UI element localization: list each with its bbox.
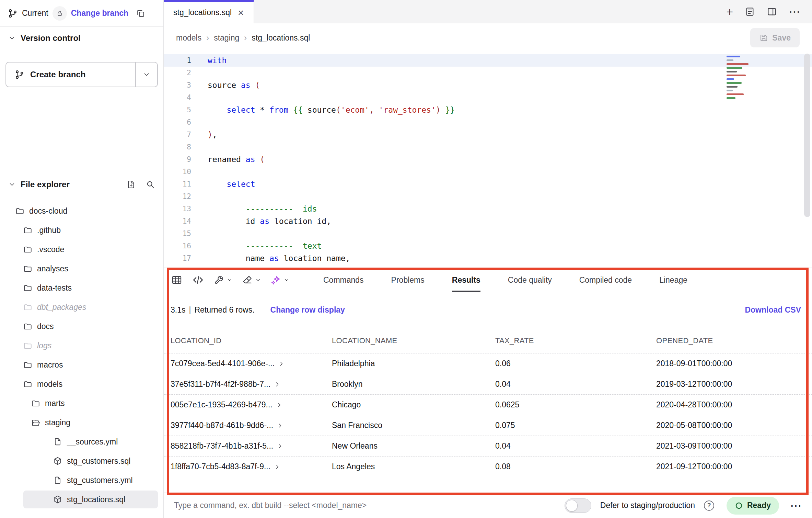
- column-header[interactable]: OPENED_DATE: [656, 336, 805, 345]
- code-line[interactable]: 6: [164, 116, 812, 128]
- table-row[interactable]: 858218fb-73f7-4b1b-a31f-5...New Orleans0…: [164, 436, 812, 457]
- cell-text: 7c079cea-5ed4-4101-906e-...: [171, 359, 275, 368]
- table-row[interactable]: 7c079cea-5ed4-4101-906e-...Philadelphia0…: [164, 353, 812, 374]
- breadcrumb-item[interactable]: models: [176, 33, 201, 43]
- cell-text: 3977f440-b87d-461b-9dd6-...: [171, 421, 273, 430]
- table-row[interactable]: 37e5f311-b7f4-4f2f-988b-7...Brooklyn0.04…: [164, 374, 812, 395]
- expand-cell-icon[interactable]: [278, 360, 285, 367]
- code-line-text: [191, 190, 208, 203]
- code-line[interactable]: 1with: [164, 54, 812, 67]
- file-tree-item-label: analyses: [37, 264, 68, 273]
- create-branch-main[interactable]: Create branch: [6, 63, 135, 87]
- search-icon[interactable]: [146, 180, 155, 189]
- defer-toggle[interactable]: [565, 498, 591, 513]
- save-label: Save: [772, 33, 791, 43]
- file-tree-item-github[interactable]: .github: [0, 221, 163, 240]
- code-line[interactable]: 16 ---------- text: [164, 240, 812, 252]
- sql-code-button[interactable]: [192, 274, 204, 286]
- save-button[interactable]: Save: [750, 28, 800, 47]
- file-tree-item-docs-cloud[interactable]: docs-cloud: [0, 201, 163, 221]
- code-line[interactable]: 4: [164, 91, 812, 104]
- expand-cell-icon[interactable]: [276, 402, 283, 408]
- panel-tab-code-quality[interactable]: Code quality: [508, 268, 552, 292]
- code-line[interactable]: 8: [164, 141, 812, 153]
- code-line[interactable]: 12: [164, 190, 812, 203]
- change-row-display-link[interactable]: Change row display: [270, 305, 345, 315]
- code-line[interactable]: 15: [164, 227, 812, 240]
- breadcrumb-item[interactable]: stg_locations.sql: [252, 33, 310, 43]
- file-tree-item-logs[interactable]: logs: [0, 336, 163, 355]
- create-branch-dropdown[interactable]: [135, 63, 157, 87]
- column-header[interactable]: LOCATION_NAME: [332, 336, 495, 345]
- command-more-icon[interactable]: ⋯: [790, 499, 802, 513]
- download-csv-link[interactable]: Download CSV: [745, 305, 801, 315]
- split-editor-icon[interactable]: [767, 7, 777, 17]
- panel-tab-compiled-code[interactable]: Compiled code: [579, 268, 632, 292]
- file-tree-item-data-tests[interactable]: data-tests: [0, 278, 163, 297]
- code-line[interactable]: 11 select: [164, 178, 812, 190]
- expand-cell-icon[interactable]: [274, 463, 281, 470]
- minimap[interactable]: [727, 56, 776, 99]
- editor-scrollbar[interactable]: [804, 54, 810, 217]
- file-tree-item-analyses[interactable]: analyses: [0, 259, 163, 278]
- column-header[interactable]: TAX_RATE: [495, 336, 656, 345]
- expand-cell-icon[interactable]: [277, 443, 283, 450]
- breadcrumb-item[interactable]: staging: [214, 33, 239, 43]
- tab-close-icon[interactable]: ×: [238, 8, 244, 18]
- expand-cell-icon[interactable]: [277, 422, 283, 429]
- panel-tab-problems[interactable]: Problems: [391, 268, 425, 292]
- file-tree-item-dbt-packages[interactable]: dbt_packages: [0, 297, 163, 317]
- file-explorer-section: File explorer docs-cloud.github.vscodean…: [0, 173, 163, 518]
- build-options-button[interactable]: [214, 275, 233, 285]
- change-branch-link[interactable]: Change branch: [71, 9, 128, 18]
- editor-tab-label: stg_locations.sql: [173, 8, 232, 17]
- code-line[interactable]: 5 select * from {{ source('ecom', 'raw_s…: [164, 104, 812, 116]
- command-input[interactable]: [174, 501, 556, 510]
- code-line[interactable]: 13 ---------- ids: [164, 203, 812, 215]
- file-tree-item-models[interactable]: models: [0, 374, 163, 394]
- file-tree-item-stg-customers-yml[interactable]: stg_customers.yml: [0, 471, 163, 490]
- editor-tab-stg-locations[interactable]: stg_locations.sql ×: [164, 0, 254, 23]
- new-file-icon[interactable]: [126, 180, 136, 189]
- editor-more-icon[interactable]: ⋯: [789, 6, 800, 18]
- format-options-button[interactable]: [242, 275, 261, 285]
- version-control-header[interactable]: Version control: [0, 27, 163, 49]
- code-area[interactable]: 1with23source as (45 select * from {{ so…: [164, 52, 812, 264]
- create-branch-button[interactable]: Create branch: [5, 62, 158, 87]
- panel-tab-commands[interactable]: Commands: [323, 268, 364, 292]
- code-line[interactable]: 14 id as location_id,: [164, 215, 812, 227]
- file-tree-item-stg-locations-sql[interactable]: stg_locations.sql: [0, 490, 163, 509]
- line-number: 8: [164, 141, 191, 153]
- file-tree-item-vscode[interactable]: .vscode: [0, 240, 163, 259]
- table-cell: New Orleans: [332, 441, 495, 451]
- file-explorer-header[interactable]: File explorer: [0, 173, 163, 196]
- code-line[interactable]: 7),: [164, 128, 812, 141]
- file-tree-item-docs[interactable]: docs: [0, 317, 163, 336]
- table-view-button[interactable]: [171, 274, 182, 285]
- code-line[interactable]: 2: [164, 67, 812, 79]
- code-line[interactable]: 3source as (: [164, 79, 812, 91]
- code-line[interactable]: 10: [164, 166, 812, 178]
- new-tab-icon[interactable]: +: [726, 6, 733, 18]
- file-tree-item-marts[interactable]: marts: [0, 394, 163, 413]
- table-row[interactable]: 3977f440-b87d-461b-9dd6-...San Francisco…: [164, 415, 812, 436]
- file-tree-item-staging[interactable]: staging: [0, 413, 163, 432]
- notebook-icon[interactable]: [745, 7, 755, 17]
- file-tree-item-sources-yml[interactable]: __sources.yml: [0, 432, 163, 451]
- table-cell: 2020-05-08T00:00:00: [656, 421, 805, 430]
- copilot-button[interactable]: [271, 275, 290, 285]
- panel-tab-lineage[interactable]: Lineage: [659, 268, 687, 292]
- expand-cell-icon[interactable]: [274, 381, 281, 388]
- table-row[interactable]: 1f8ffa70-7cb5-4d83-8a7f-9...Los Angeles0…: [164, 457, 812, 477]
- table-row[interactable]: 005e7e1c-1935-4269-b479...Chicago0.06252…: [164, 395, 812, 415]
- status-divider: |: [189, 305, 191, 315]
- code-line[interactable]: 17 name as location_name,: [164, 252, 812, 264]
- help-icon[interactable]: ?: [704, 500, 714, 511]
- code-line[interactable]: 9renamed as (: [164, 153, 812, 166]
- column-header[interactable]: LOCATION_ID: [171, 336, 332, 345]
- line-number: 9: [164, 153, 191, 166]
- file-tree-item-stg-customers-sql[interactable]: stg_customers.sql: [0, 451, 163, 471]
- panel-tab-results[interactable]: Results: [452, 268, 480, 292]
- copy-branch-icon[interactable]: [136, 9, 146, 18]
- file-tree-item-macros[interactable]: macros: [0, 355, 163, 374]
